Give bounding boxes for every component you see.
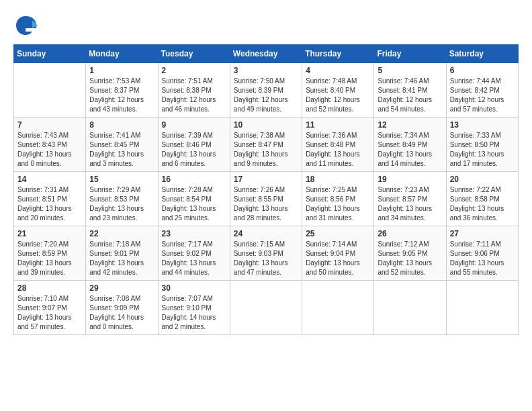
calendar-cell: 13Sunrise: 7:33 AM Sunset: 8:50 PM Dayli… — [446, 118, 518, 172]
calendar-cell: 26Sunrise: 7:12 AM Sunset: 9:05 PM Dayli… — [374, 226, 446, 281]
calendar-cell: 27Sunrise: 7:11 AM Sunset: 9:06 PM Dayli… — [446, 226, 518, 281]
day-info: Sunrise: 7:28 AM Sunset: 8:54 PM Dayligh… — [162, 185, 226, 223]
day-number: 3 — [234, 66, 298, 75]
day-info: Sunrise: 7:50 AM Sunset: 8:39 PM Dayligh… — [234, 77, 298, 114]
day-info: Sunrise: 7:10 AM Sunset: 9:07 PM Dayligh… — [17, 294, 82, 332]
day-number: 13 — [450, 120, 515, 130]
day-info: Sunrise: 7:53 AM Sunset: 8:37 PM Dayligh… — [89, 77, 154, 114]
day-number: 10 — [234, 120, 298, 130]
day-number: 19 — [378, 175, 442, 184]
header-day-friday: Friday — [374, 45, 446, 63]
header-day-thursday: Thursday — [302, 45, 374, 63]
day-number: 18 — [306, 175, 370, 184]
calendar-header-row: SundayMondayTuesdayWednesdayThursdayFrid… — [14, 45, 519, 63]
calendar-cell: 22Sunrise: 7:18 AM Sunset: 9:01 PM Dayli… — [86, 226, 158, 281]
calendar-cell: 2Sunrise: 7:51 AM Sunset: 8:38 PM Daylig… — [158, 63, 230, 118]
week-row-4: 28Sunrise: 7:10 AM Sunset: 9:07 PM Dayli… — [14, 281, 519, 335]
calendar-cell: 1Sunrise: 7:53 AM Sunset: 8:37 PM Daylig… — [86, 63, 158, 118]
day-number: 27 — [450, 229, 515, 238]
week-row-3: 21Sunrise: 7:20 AM Sunset: 8:59 PM Dayli… — [14, 226, 519, 281]
calendar-cell: 4Sunrise: 7:48 AM Sunset: 8:40 PM Daylig… — [302, 63, 374, 118]
day-number: 4 — [306, 66, 370, 75]
day-number: 15 — [89, 175, 154, 184]
logo-icon — [13, 13, 38, 38]
day-info: Sunrise: 7:31 AM Sunset: 8:51 PM Dayligh… — [17, 185, 82, 223]
calendar-cell — [302, 281, 374, 335]
day-info: Sunrise: 7:23 AM Sunset: 8:57 PM Dayligh… — [378, 185, 442, 223]
day-number: 16 — [162, 175, 226, 184]
calendar-cell: 25Sunrise: 7:14 AM Sunset: 9:04 PM Dayli… — [302, 226, 374, 281]
calendar-cell: 20Sunrise: 7:22 AM Sunset: 8:58 PM Dayli… — [446, 172, 518, 226]
day-info: Sunrise: 7:36 AM Sunset: 8:48 PM Dayligh… — [306, 131, 370, 169]
calendar-cell: 24Sunrise: 7:15 AM Sunset: 9:03 PM Dayli… — [230, 226, 302, 281]
calendar-cell: 8Sunrise: 7:41 AM Sunset: 8:45 PM Daylig… — [86, 118, 158, 172]
calendar-cell: 3Sunrise: 7:50 AM Sunset: 8:39 PM Daylig… — [230, 63, 302, 118]
calendar-cell: 16Sunrise: 7:28 AM Sunset: 8:54 PM Dayli… — [158, 172, 230, 226]
calendar-cell: 7Sunrise: 7:43 AM Sunset: 8:43 PM Daylig… — [14, 118, 86, 172]
day-info: Sunrise: 7:39 AM Sunset: 8:46 PM Dayligh… — [162, 131, 226, 169]
day-number: 9 — [162, 120, 226, 130]
calendar-cell: 11Sunrise: 7:36 AM Sunset: 8:48 PM Dayli… — [302, 118, 374, 172]
day-number: 21 — [17, 229, 82, 238]
day-number: 2 — [162, 66, 226, 75]
day-number: 5 — [378, 66, 442, 75]
day-info: Sunrise: 7:44 AM Sunset: 8:42 PM Dayligh… — [450, 77, 515, 114]
day-number: 23 — [162, 229, 226, 238]
calendar-cell: 15Sunrise: 7:29 AM Sunset: 8:53 PM Dayli… — [86, 172, 158, 226]
calendar-cell: 28Sunrise: 7:10 AM Sunset: 9:07 PM Dayli… — [14, 281, 86, 335]
week-row-0: 1Sunrise: 7:53 AM Sunset: 8:37 PM Daylig… — [14, 63, 519, 118]
day-number: 7 — [17, 120, 82, 130]
calendar-cell: 10Sunrise: 7:38 AM Sunset: 8:47 PM Dayli… — [230, 118, 302, 172]
day-number: 24 — [234, 229, 298, 238]
calendar-cell: 21Sunrise: 7:20 AM Sunset: 8:59 PM Dayli… — [14, 226, 86, 281]
day-info: Sunrise: 7:43 AM Sunset: 8:43 PM Dayligh… — [17, 131, 82, 169]
day-info: Sunrise: 7:51 AM Sunset: 8:38 PM Dayligh… — [162, 77, 226, 114]
day-number: 17 — [234, 175, 298, 184]
calendar-cell: 29Sunrise: 7:08 AM Sunset: 9:09 PM Dayli… — [86, 281, 158, 335]
calendar-cell: 14Sunrise: 7:31 AM Sunset: 8:51 PM Dayli… — [14, 172, 86, 226]
day-number: 26 — [378, 229, 442, 238]
day-number: 6 — [450, 66, 515, 75]
calendar-cell: 18Sunrise: 7:25 AM Sunset: 8:56 PM Dayli… — [302, 172, 374, 226]
calendar-cell: 23Sunrise: 7:17 AM Sunset: 9:02 PM Dayli… — [158, 226, 230, 281]
day-info: Sunrise: 7:18 AM Sunset: 9:01 PM Dayligh… — [89, 240, 154, 277]
day-info: Sunrise: 7:34 AM Sunset: 8:49 PM Dayligh… — [378, 131, 442, 169]
day-number: 22 — [89, 229, 154, 238]
calendar-cell: 30Sunrise: 7:07 AM Sunset: 9:10 PM Dayli… — [158, 281, 230, 335]
day-info: Sunrise: 7:33 AM Sunset: 8:50 PM Dayligh… — [450, 131, 515, 169]
day-number: 1 — [89, 66, 154, 75]
calendar-cell: 5Sunrise: 7:46 AM Sunset: 8:41 PM Daylig… — [374, 63, 446, 118]
day-info: Sunrise: 7:46 AM Sunset: 8:41 PM Dayligh… — [378, 77, 442, 114]
day-number: 11 — [306, 120, 370, 130]
calendar-body: 1Sunrise: 7:53 AM Sunset: 8:37 PM Daylig… — [14, 63, 519, 335]
calendar-table: SundayMondayTuesdayWednesdayThursdayFrid… — [13, 44, 519, 335]
day-info: Sunrise: 7:20 AM Sunset: 8:59 PM Dayligh… — [17, 240, 82, 277]
day-number: 30 — [162, 283, 226, 293]
day-number: 29 — [89, 283, 154, 293]
calendar-cell: 9Sunrise: 7:39 AM Sunset: 8:46 PM Daylig… — [158, 118, 230, 172]
day-info: Sunrise: 7:15 AM Sunset: 9:03 PM Dayligh… — [234, 240, 298, 277]
header-day-sunday: Sunday — [14, 45, 86, 63]
logo — [13, 13, 40, 38]
day-info: Sunrise: 7:12 AM Sunset: 9:05 PM Dayligh… — [378, 240, 442, 277]
calendar-cell: 17Sunrise: 7:26 AM Sunset: 8:55 PM Dayli… — [230, 172, 302, 226]
week-row-1: 7Sunrise: 7:43 AM Sunset: 8:43 PM Daylig… — [14, 118, 519, 172]
day-info: Sunrise: 7:29 AM Sunset: 8:53 PM Dayligh… — [89, 185, 154, 223]
day-info: Sunrise: 7:25 AM Sunset: 8:56 PM Dayligh… — [306, 185, 370, 223]
day-info: Sunrise: 7:07 AM Sunset: 9:10 PM Dayligh… — [162, 294, 226, 332]
day-number: 14 — [17, 175, 82, 184]
day-info: Sunrise: 7:48 AM Sunset: 8:40 PM Dayligh… — [306, 77, 370, 114]
day-info: Sunrise: 7:14 AM Sunset: 9:04 PM Dayligh… — [306, 240, 370, 277]
header-day-wednesday: Wednesday — [230, 45, 302, 63]
day-info: Sunrise: 7:17 AM Sunset: 9:02 PM Dayligh… — [162, 240, 226, 277]
calendar-cell — [374, 281, 446, 335]
calendar-cell: 6Sunrise: 7:44 AM Sunset: 8:42 PM Daylig… — [446, 63, 518, 118]
day-info: Sunrise: 7:11 AM Sunset: 9:06 PM Dayligh… — [450, 240, 515, 277]
calendar-cell — [230, 281, 302, 335]
calendar-cell — [446, 281, 518, 335]
header-day-tuesday: Tuesday — [158, 45, 230, 63]
day-info: Sunrise: 7:08 AM Sunset: 9:09 PM Dayligh… — [89, 294, 154, 332]
day-info: Sunrise: 7:38 AM Sunset: 8:47 PM Dayligh… — [234, 131, 298, 169]
header-day-monday: Monday — [86, 45, 158, 63]
day-number: 8 — [89, 120, 154, 130]
